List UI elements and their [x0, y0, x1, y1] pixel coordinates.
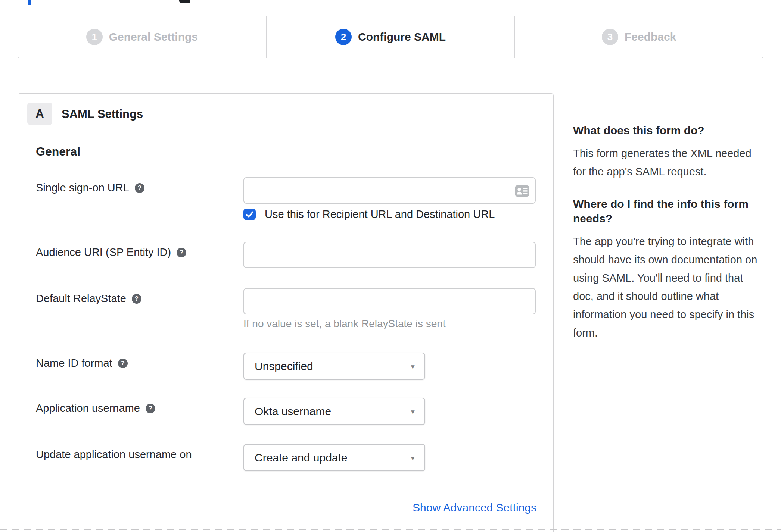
audience-uri-input[interactable]	[243, 242, 536, 268]
step-configure-saml[interactable]: 2 Configure SAML	[266, 16, 515, 58]
field-control: Unspecified ▼	[243, 353, 425, 380]
field-label-text: Application username	[36, 402, 140, 414]
chevron-down-icon: ▼	[410, 409, 416, 416]
wizard-stepper: 1 General Settings 2 Configure SAML 3 Fe…	[18, 16, 763, 58]
step-number: 3	[607, 31, 613, 43]
step-label: General Settings	[109, 31, 198, 43]
sidebar-heading: Where do I find the info this form needs…	[573, 197, 761, 226]
cropped-icon-fragment	[179, 0, 190, 3]
contact-card-icon	[515, 185, 529, 197]
field-label-text: Audience URI (SP Entity ID)	[36, 246, 171, 259]
help-icon[interactable]: ?	[135, 183, 144, 193]
sidebar-paragraph: This form generates the XML needed for t…	[573, 144, 761, 181]
help-icon[interactable]: ?	[146, 404, 155, 413]
select-value: Okta username	[255, 405, 331, 418]
name-id-format-select[interactable]: Unspecified ▼	[243, 353, 425, 380]
field-label: Name ID format ?	[36, 357, 128, 369]
step-general-settings[interactable]: 1 General Settings	[18, 16, 266, 58]
page: 1 General Settings 2 Configure SAML 3 Fe…	[0, 0, 781, 532]
step-number: 2	[341, 31, 346, 43]
help-sidebar: What does this form do? This form genera…	[573, 123, 761, 358]
field-label-text: Name ID format	[36, 357, 112, 369]
field-label-text: Single sign-on URL	[36, 182, 129, 194]
update-application-username-select[interactable]: Create and update ▼	[243, 444, 425, 471]
field-control: Okta username ▼	[243, 398, 425, 425]
help-icon[interactable]: ?	[177, 248, 186, 257]
help-icon[interactable]: ?	[132, 294, 141, 304]
default-relaystate-input[interactable]	[243, 288, 536, 314]
application-username-select[interactable]: Okta username ▼	[243, 398, 425, 425]
section-badge: A	[27, 103, 52, 125]
field-label: Application username ?	[36, 402, 155, 414]
field-control	[243, 242, 536, 268]
step-feedback[interactable]: 3 Feedback	[514, 16, 763, 58]
chevron-down-icon: ▼	[410, 455, 416, 462]
chevron-down-icon: ▼	[410, 363, 416, 371]
checkbox-label[interactable]: Use this for Recipient URL and Destinati…	[265, 208, 495, 220]
group-title-general: General	[36, 145, 80, 159]
step-number-badge: 3	[602, 29, 618, 45]
sidebar-heading: What does this form do?	[573, 123, 761, 138]
crop-dashed-edge	[0, 529, 781, 530]
recipient-url-checkbox-row: Use this for Recipient URL and Destinati…	[243, 208, 495, 220]
sidebar-paragraph: The app you're trying to integrate with …	[573, 232, 761, 342]
step-number-badge: 1	[86, 29, 103, 45]
step-label: Feedback	[625, 31, 676, 43]
step-label: Configure SAML	[358, 31, 446, 43]
help-icon[interactable]: ?	[118, 359, 128, 368]
field-label-text: Default RelayState	[36, 292, 126, 305]
step-number-badge: 2	[335, 29, 352, 45]
field-label: Single sign-on URL ?	[36, 182, 144, 194]
select-value: Create and update	[255, 451, 348, 464]
step-number: 1	[91, 31, 97, 43]
field-label: Audience URI (SP Entity ID) ?	[36, 246, 186, 259]
field-label: Update application username on	[36, 448, 192, 461]
field-control	[243, 288, 536, 314]
recipient-url-checkbox[interactable]	[243, 209, 256, 220]
check-icon	[246, 211, 253, 218]
show-advanced-settings-link[interactable]: Show Advanced Settings	[336, 501, 536, 514]
cropped-title-fragment	[28, 0, 31, 5]
field-control: Create and update ▼	[243, 444, 425, 471]
single-sign-on-url-input[interactable]	[243, 177, 536, 204]
field-label: Default RelayState ?	[36, 292, 141, 305]
section-title: SAML Settings	[62, 107, 143, 121]
relaystate-hint: If no value is set, a blank RelayState i…	[243, 318, 446, 330]
field-control	[243, 177, 536, 204]
select-value: Unspecified	[255, 360, 313, 373]
field-label-text: Update application username on	[36, 448, 192, 461]
